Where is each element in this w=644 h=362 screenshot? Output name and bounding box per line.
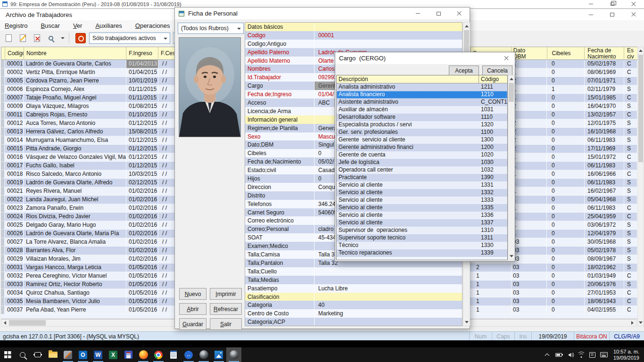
- file-explorer-icon[interactable]: [45, 347, 60, 362]
- vertical-scrollbar[interactable]: [637, 47, 644, 327]
- form-scroll-down-button[interactable]: [463, 319, 470, 326]
- word-icon[interactable]: W: [91, 347, 106, 362]
- close-button[interactable]: [623, 0, 644, 8]
- minimize-button[interactable]: [580, 0, 602, 8]
- cargo-header-codigo[interactable]: Código: [479, 75, 507, 83]
- cargo-row[interactable]: Asistente administrativoC_CONT101: [337, 99, 507, 106]
- table-row-right[interactable]: 103001/03/1949C: [470, 272, 637, 280]
- table-row[interactable]: 00032Perea Cereghino, Víctor Manuel01/05…: [1, 272, 176, 280]
- menu-item-registro[interactable]: Registro: [0, 21, 32, 30]
- workers-close-button[interactable]: [623, 9, 644, 20]
- cargo-row[interactable]: Servicio al cliente1336: [337, 212, 507, 219]
- table-row[interactable]: 00009Olaya Vázquez, Milagros01/08/2015/ …: [1, 102, 176, 111]
- cargo-row[interactable]: Gerente administrativo financi1200: [337, 144, 507, 151]
- table-row[interactable]: 00001Ladrón de Guevara Olarte, Carlos01/…: [1, 60, 176, 68]
- form-row[interactable]: Codigo00001: [245, 31, 462, 40]
- workers-minimize-button[interactable]: [580, 9, 602, 20]
- cargo-row[interactable]: Tecnico reparaciones1339: [337, 249, 507, 257]
- cargo-row[interactable]: Supervisor soporte tecnico1311: [337, 234, 507, 242]
- cargo-row[interactable]: Gerente servicio al cliente1300: [337, 136, 507, 144]
- imprimir-button[interactable]: Imprimir: [210, 288, 242, 300]
- cargo-row[interactable]: Especialista productos / servi1320: [337, 121, 507, 129]
- header-dato-dbm[interactable]: Dato DBM: [512, 47, 547, 59]
- globe-app-icon[interactable]: [196, 347, 211, 362]
- guardar-button[interactable]: Guardar: [179, 318, 206, 330]
- table-row[interactable]: 00033Ramirez Ortiz, Hector Roberto01/05/…: [1, 280, 176, 289]
- header-f-ingreso[interactable]: F.Ingreso: [126, 47, 158, 59]
- record-log-button[interactable]: [75, 33, 86, 44]
- table-row[interactable]: 00037Peña Abad, Yean Pierre01/05/2016/ /: [1, 306, 176, 314]
- cargo-scroll-up-button[interactable]: [508, 75, 514, 82]
- cargo-list-scrollbar[interactable]: [508, 75, 515, 260]
- tray-expand-icon[interactable]: [542, 351, 553, 359]
- payroll-app-icon[interactable]: [121, 347, 136, 362]
- tools-app-icon[interactable]: [60, 347, 75, 362]
- filter-combo[interactable]: Sólo trabajadores activos: [89, 33, 170, 44]
- cargo-row[interactable]: Analista administrativo1211: [337, 83, 507, 91]
- form-value[interactable]: Lucha Libre: [314, 284, 462, 293]
- menu-item-operaciones[interactable]: Operaciones: [131, 21, 175, 30]
- photos-icon[interactable]: [211, 347, 226, 362]
- workers-maximize-button[interactable]: [602, 9, 623, 20]
- battery-icon[interactable]: [553, 351, 564, 359]
- table-row[interactable]: 00022Landa Jauregui, Juan Michel01/02/20…: [1, 196, 176, 204]
- form-row[interactable]: Talla;Cuello: [245, 267, 462, 276]
- table-row[interactable]: 00024Rios Divizia, Pedro Javier01/02/201…: [1, 213, 176, 221]
- notepad-icon[interactable]: [166, 347, 181, 362]
- menu-item-ver[interactable]: Ver: [68, 21, 87, 30]
- task-view-icon[interactable]: [30, 347, 45, 362]
- taskbar-clock[interactable]: 10:57 a. m. 19/09/2019: [610, 349, 644, 361]
- table-row[interactable]: 00027La Torre Alvarez, Blanca Amalia01/0…: [1, 238, 176, 247]
- cargo-header-descripcion[interactable]: Descripción: [337, 75, 479, 83]
- menu-item-auxiliares[interactable]: Auxiliares: [91, 21, 126, 30]
- search-records-button[interactable]: [45, 33, 57, 44]
- table-row[interactable]: 00017Fuchs Gallo, Isabel01/12/2015/ /: [1, 162, 176, 170]
- cargo-scrollbar-thumb[interactable]: [509, 83, 514, 102]
- touch-keyboard-icon[interactable]: [598, 351, 610, 359]
- header-fecha-nacimiento[interactable]: Fecha de Nacimiento: [585, 47, 624, 59]
- wifi-icon[interactable]: [576, 351, 587, 359]
- table-row[interactable]: 00015Pitta Andrade, Giorgio01/12/2015/ /: [1, 145, 176, 153]
- cancela-button[interactable]: Cancela: [482, 66, 512, 75]
- new-record-button[interactable]: [3, 33, 14, 44]
- excel-icon[interactable]: X: [106, 347, 121, 362]
- scroll-right-button[interactable]: [629, 320, 636, 326]
- salir-button[interactable]: Salir: [210, 318, 242, 330]
- cargo-close-button[interactable]: [498, 52, 515, 64]
- table-row[interactable]: 00025Delgado Garay, Mario Hugo01/02/2016…: [1, 221, 176, 230]
- refrescar-button[interactable]: Refrescar: [210, 303, 242, 315]
- outlook-icon[interactable]: O: [75, 347, 91, 362]
- vertical-scrollbar-thumb[interactable]: [638, 55, 643, 162]
- table-row[interactable]: 00031Vargas Hancco, Marga Leticia01/05/2…: [1, 263, 176, 272]
- header-codigo[interactable]: Codigo: [5, 47, 24, 59]
- rubros-combo[interactable]: (Todos los Rubros): [178, 23, 244, 34]
- header-f-cese[interactable]: F.Ces: [158, 47, 176, 59]
- firefox-icon[interactable]: [136, 347, 151, 362]
- chrome-icon[interactable]: [151, 347, 166, 362]
- horizontal-scrollbar-thumb[interactable]: [9, 320, 46, 326]
- form-value[interactable]: 00001: [314, 31, 462, 40]
- cargo-row[interactable]: Gerente de cuenta1020: [337, 151, 507, 159]
- action-center-icon[interactable]: [587, 351, 598, 359]
- scroll-left-button[interactable]: [1, 320, 8, 326]
- table-row[interactable]: 00016Vásquez de Velazco Gonzales Vigil, …: [1, 153, 176, 162]
- cargo-row[interactable]: Auxiliar de almacén1031: [337, 106, 507, 114]
- cargo-row[interactable]: Servicio al cliente1333: [337, 197, 507, 204]
- table-row[interactable]: 00014Murrugarra Huamanchumo, Elsa01/12/2…: [1, 136, 176, 145]
- table-row[interactable]: 00029Villaizan Morales, Jim01/02/2016/ /: [1, 255, 176, 263]
- table-row-right[interactable]: 103018/06/1943C: [470, 297, 637, 306]
- form-value[interactable]: [314, 267, 462, 276]
- teamviewer-icon[interactable]: ↔: [181, 347, 196, 362]
- cargo-row[interactable]: Servicio al cliente1331: [337, 181, 507, 189]
- cargo-row[interactable]: Desarrollador software1110: [337, 114, 507, 121]
- header-cibeles[interactable]: Cibeles: [547, 47, 585, 59]
- table-row[interactable]: 00021Reyes Rivera, Manuel01/02/2016/ /: [1, 187, 176, 196]
- table-row[interactable]: 00007Tataje Proaño, Miguel Angel01/11/20…: [1, 94, 176, 102]
- header-estado-civil[interactable]: Es civ: [624, 47, 637, 59]
- volume-icon[interactable]: [564, 351, 576, 359]
- table-row[interactable]: 00035Mesia Bambaren, Víctor Julio01/05/2…: [1, 297, 176, 306]
- cargo-row[interactable]: Ger. serv. profesionales1100: [337, 129, 507, 136]
- cargo-row[interactable]: Servicio al cliente1337: [337, 219, 507, 227]
- table-row[interactable]: 00012Auca Torres, Marco Antonio01/12/201…: [1, 119, 176, 128]
- table-row[interactable]: 00023Zamora Panaifo, Erwin01/02/2016/ /: [1, 204, 176, 213]
